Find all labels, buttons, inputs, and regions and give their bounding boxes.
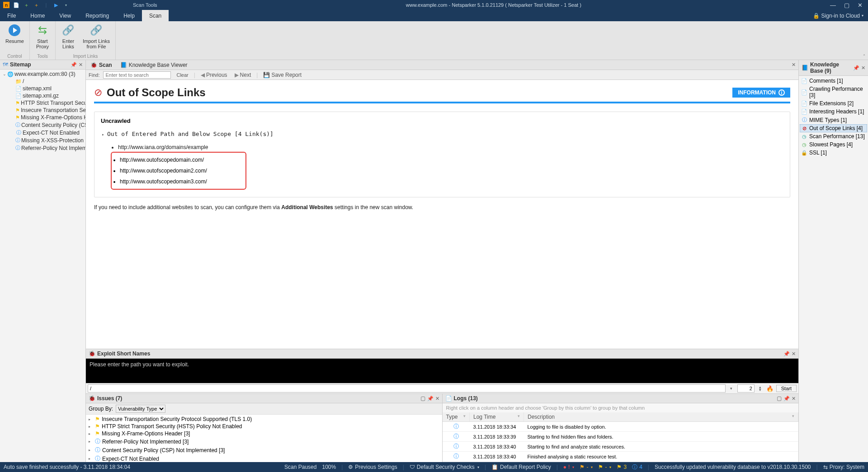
filter-icon[interactable]: ▾	[518, 414, 520, 418]
enter-links-button[interactable]: 🔗 Enter Links	[57, 22, 79, 50]
flag-critical[interactable]: ● !▾	[563, 464, 575, 470]
menu-file[interactable]: File	[0, 10, 23, 21]
stepper-icon[interactable]: ▴▾	[757, 386, 764, 392]
filter-icon[interactable]: ▾	[792, 414, 794, 418]
tree-node[interactable]: ⚑Insecure Transportation Security Protoc…	[2, 107, 84, 114]
kb-item[interactable]: 📄Crawling Performance [3]	[800, 85, 867, 99]
issue-row[interactable]: ▸⚑HTTP Strict Transport Security (HSTS) …	[86, 423, 442, 430]
issue-row[interactable]: ▸⚑Missing X-Frame-Options Header [3]	[86, 430, 442, 437]
menu-reporting[interactable]: Reporting	[78, 10, 116, 21]
qat-play-icon[interactable]: ▶	[52, 1, 60, 9]
tree-node[interactable]: ⚑HTTP Strict Transport Security (HSTS...	[2, 99, 84, 107]
qat-dropdown-icon[interactable]: ▾	[62, 1, 70, 9]
flag-high[interactable]: ⚑ -▾	[580, 464, 593, 470]
menu-home[interactable]: Home	[23, 10, 52, 21]
caret-icon[interactable]: ▸	[89, 457, 93, 461]
tree-node[interactable]: ⓘContent Security Policy (CSP) Not I...	[2, 121, 84, 129]
find-prev-button[interactable]: ◀Previous	[199, 72, 229, 78]
proxy-status[interactable]: ⇆Proxy: System	[823, 464, 864, 470]
flag-low[interactable]: ⚑ 3	[617, 464, 627, 470]
col-desc[interactable]: Description▾	[524, 412, 798, 422]
tree-node[interactable]: ⓘReferrer-Policy Not Implemented	[2, 144, 84, 152]
tree-node[interactable]: ⓘExpect-CT Not Enabled	[2, 129, 84, 136]
issue-row[interactable]: ▸⚑Insecure Transportation Security Proto…	[86, 416, 442, 423]
pin-icon[interactable]: 📌	[853, 65, 859, 71]
tab-close-icon[interactable]: ✕	[792, 62, 796, 68]
log-row[interactable]: ⓘ3.11.2018 18:33:40Finished analysing a …	[443, 452, 798, 462]
caret-icon[interactable]: ⌄	[3, 72, 7, 76]
sitemap-tree[interactable]: ⌄ 🌐 www.example.com:80 (3) 📁/📄sitemap.xm…	[0, 70, 85, 153]
import-links-button[interactable]: 🔗 Import Links from File	[79, 22, 113, 50]
start-proxy-button[interactable]: ⇆ Start Proxy	[32, 22, 53, 50]
maximize-panel-icon[interactable]: ▢	[777, 395, 782, 402]
maximize-button[interactable]: ▢	[844, 2, 849, 9]
close-icon[interactable]: ✕	[861, 65, 865, 71]
menu-scan[interactable]: Scan	[142, 10, 169, 21]
kb-list[interactable]: 📄Comments [1]📄Crawling Performance [3]📄F…	[799, 76, 868, 158]
pin-icon[interactable]: 📌	[783, 351, 790, 357]
minimize-button[interactable]: —	[830, 2, 836, 9]
tree-node[interactable]: 📄sitemap.xml	[2, 85, 84, 92]
caret-icon[interactable]: ▸	[89, 417, 93, 421]
issues-list[interactable]: ▸⚑Insecure Transportation Security Proto…	[86, 415, 442, 462]
caret-icon[interactable]: ▸	[89, 432, 93, 436]
kb-item[interactable]: ◷Slowest Pages [4]	[800, 140, 867, 149]
path-dropdown-icon[interactable]: ▾	[728, 387, 735, 390]
close-icon[interactable]: ✕	[792, 396, 796, 402]
ribbon-collapse-icon[interactable]: ˄	[863, 54, 865, 59]
issue-row[interactable]: ▸ⓘReferrer-Policy Not Implemented [3]	[86, 437, 442, 446]
flag-info[interactable]: ⓘ 4	[632, 463, 642, 471]
tree-root[interactable]: ⌄ 🌐 www.example.com:80 (3)	[2, 70, 84, 78]
find-next-button[interactable]: ▶Next	[233, 72, 253, 78]
tree-node[interactable]: 📄sitemap.xml.gz	[2, 92, 84, 99]
col-time[interactable]: Log Time▾	[470, 412, 524, 422]
link-item[interactable]: http://www.outofscopedomain2.com/	[120, 165, 243, 176]
tab-scan[interactable]: 🐞Scan	[89, 61, 114, 69]
logs-table[interactable]: Type▾ Log Time▾ Description▾ ⓘ3.11.2018 …	[443, 412, 799, 462]
tree-node[interactable]: 📁/	[2, 78, 84, 85]
col-type[interactable]: Type▾	[443, 412, 470, 422]
find-input[interactable]	[103, 71, 171, 79]
kb-item[interactable]: ⊘Out of Scope Links [4]	[800, 124, 867, 132]
previous-settings[interactable]: ⚙Previous Settings	[348, 464, 397, 470]
tree-node[interactable]: ⚑Missing X-Frame-Options Header	[2, 114, 84, 121]
groupby-select[interactable]: Vulnerability Type	[116, 405, 165, 413]
close-button[interactable]: ✕	[858, 2, 863, 9]
log-row[interactable]: ⓘ3.11.2018 18:33:39Starting to find hidd…	[443, 432, 798, 442]
menu-view[interactable]: View	[52, 10, 78, 21]
caret-icon[interactable]: ▸	[89, 448, 93, 452]
caret-icon[interactable]: ▸	[89, 425, 93, 429]
maximize-panel-icon[interactable]: ▢	[420, 395, 425, 402]
qat-new-icon[interactable]: 📄	[13, 1, 20, 9]
find-clear-button[interactable]: Clear	[175, 72, 190, 78]
qat-add-orange-icon[interactable]: ＋	[33, 1, 40, 9]
save-report-button[interactable]: 💾Save Report	[261, 72, 303, 78]
pin-icon[interactable]: 📌	[783, 396, 790, 402]
issue-row[interactable]: ▸ⓘContent Security Policy (CSP) Not Impl…	[86, 446, 442, 454]
kb-item[interactable]: 📄File Extensions [2]	[800, 99, 867, 107]
report-policy[interactable]: 📋Default Report Policy	[491, 464, 551, 470]
tree-node[interactable]: ⓘMissing X-XSS-Protection Header	[2, 136, 84, 144]
exploit-start-button[interactable]: Start	[776, 385, 797, 392]
exploit-depth-input[interactable]	[737, 384, 755, 393]
menu-help[interactable]: Help	[116, 10, 142, 21]
link-item[interactable]: http://www.outofscopedomain.com/	[120, 154, 243, 165]
log-row[interactable]: ⓘ3.11.2018 18:33:40Starting to find and …	[443, 442, 798, 452]
qat-add-green-icon[interactable]: ＋	[23, 1, 30, 9]
kb-item[interactable]: 📄Comments [1]	[800, 77, 867, 85]
sign-in-cloud[interactable]: 🔒 Sign-in to Cloud ▾	[813, 13, 868, 19]
pin-icon[interactable]: 📌	[71, 62, 77, 68]
tab-kb-viewer[interactable]: 📘Knowledge Base Viewer	[118, 61, 189, 69]
log-row[interactable]: ⓘ3.11.2018 18:33:34Logging to file is di…	[443, 422, 798, 432]
flag-medium[interactable]: ⚑ -▾	[598, 464, 611, 470]
link-item[interactable]: http://www.iana.org/domains/example	[118, 142, 783, 153]
link-item[interactable]: http://www.outofscopedomain3.com/	[120, 176, 243, 187]
issue-row[interactable]: ▸ⓘExpect-CT Not Enabled	[86, 454, 442, 462]
close-icon[interactable]: ✕	[79, 62, 83, 68]
caret-icon[interactable]: ▸	[89, 439, 93, 444]
kb-item[interactable]: 📄Interesting Headers [1]	[800, 107, 867, 116]
security-checks[interactable]: 🛡Default Security Checks▾	[410, 464, 479, 470]
close-icon[interactable]: ✕	[435, 396, 439, 402]
filter-icon[interactable]: ▾	[463, 414, 466, 418]
resume-button[interactable]: Resume	[2, 22, 28, 45]
